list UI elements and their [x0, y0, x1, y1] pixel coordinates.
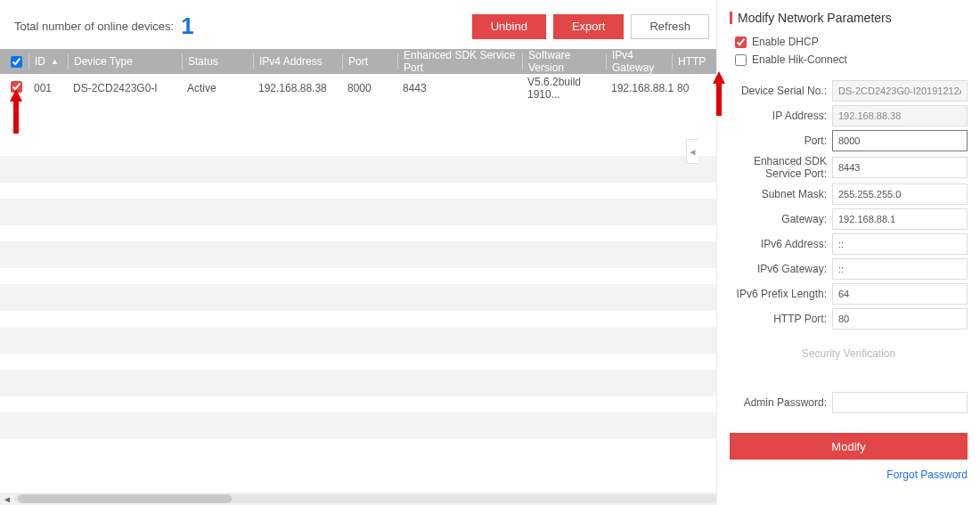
security-verification-label: Security Verification	[730, 347, 968, 360]
col-ipv4[interactable]: IPv4 Address	[253, 53, 342, 69]
col-port[interactable]: Port	[342, 53, 397, 69]
device-count-label: Total number of online devices:	[14, 20, 174, 33]
cell-sdk: 8443	[397, 82, 522, 94]
scroll-thumb[interactable]	[18, 494, 232, 503]
sort-asc-icon: ▲	[51, 57, 59, 66]
label-serial: Device Serial No.:	[730, 85, 832, 97]
subnet-field[interactable]	[832, 183, 968, 205]
cell-http: 80	[672, 82, 716, 94]
horizontal-scrollbar[interactable]: ◄	[0, 493, 716, 505]
label-ipv6g: IPv6 Gateway:	[730, 263, 832, 275]
enable-hikconnect-option[interactable]: Enable Hik-Connect	[735, 53, 968, 66]
label-httpport: HTTP Port:	[730, 313, 832, 325]
label-ipv6a: IPv6 Address:	[730, 238, 832, 250]
enable-dhcp-option[interactable]: Enable DHCP	[735, 36, 968, 48]
enable-dhcp-checkbox[interactable]	[735, 37, 747, 48]
col-gateway[interactable]: IPv4 Gateway	[606, 53, 672, 69]
export-button[interactable]: Export	[553, 14, 625, 39]
cell-gw: 192.168.88.1	[606, 82, 672, 94]
refresh-button[interactable]: Refresh	[631, 14, 709, 39]
label-ipv6p: IPv6 Prefix Length:	[730, 288, 832, 300]
empty-rows-area	[0, 102, 716, 493]
label-gateway: Gateway:	[730, 213, 832, 225]
col-status[interactable]: Status	[182, 53, 253, 69]
col-id[interactable]: ID▲	[29, 53, 68, 69]
label-admin: Admin Password:	[730, 396, 832, 409]
enable-hikconnect-checkbox[interactable]	[735, 54, 747, 66]
ipv6-address-field[interactable]	[832, 233, 968, 255]
label-subnet: Subnet Mask:	[730, 188, 832, 200]
cell-ver: V5.6.2build 1910...	[522, 76, 606, 101]
scroll-left-icon[interactable]: ◄	[0, 493, 14, 505]
serial-field	[832, 80, 968, 102]
ipv6-gateway-field[interactable]	[832, 258, 968, 280]
label-sdk: Enhanced SDK Service Port:	[730, 155, 832, 180]
table-row[interactable]: 001 DS-2CD2423G0-I Active 192.168.88.38 …	[0, 74, 716, 102]
col-http[interactable]: HTTP	[672, 53, 716, 69]
forgot-password-link[interactable]: Forgot Password	[886, 468, 968, 481]
device-count-value: 1	[181, 12, 193, 40]
ipv6-prefix-field[interactable]	[832, 283, 968, 305]
cell-id: 001	[29, 82, 68, 94]
unbind-button[interactable]: Unbind	[472, 14, 546, 39]
sdk-port-field[interactable]	[832, 157, 968, 178]
collapse-panel-tab[interactable]: ◄	[686, 139, 698, 164]
panel-title: Modify Network Parameters	[730, 11, 968, 25]
cell-ipv4: 192.168.88.38	[253, 82, 342, 94]
table-header: ID▲ Device Type Status IPv4 Address Port…	[0, 49, 716, 74]
col-sdk-port[interactable]: Enhanced SDK Service Port	[397, 53, 522, 69]
col-device-type[interactable]: Device Type	[68, 53, 182, 69]
admin-password-field[interactable]	[832, 392, 968, 413]
label-port: Port:	[730, 134, 832, 147]
http-port-field[interactable]	[832, 308, 968, 330]
select-all-checkbox[interactable]	[11, 56, 22, 68]
row-checkbox[interactable]	[11, 81, 22, 93]
col-version[interactable]: Software Version	[522, 53, 606, 69]
ip-field	[832, 105, 968, 126]
port-field[interactable]	[832, 130, 968, 151]
cell-status: Active	[182, 82, 253, 94]
title-accent-bar	[730, 12, 732, 24]
modify-button[interactable]: Modify	[730, 433, 968, 460]
gateway-field[interactable]	[832, 208, 968, 230]
cell-type: DS-2CD2423G0-I	[68, 82, 182, 94]
cell-port: 8000	[342, 82, 397, 94]
label-ip: IP Address:	[730, 110, 832, 122]
